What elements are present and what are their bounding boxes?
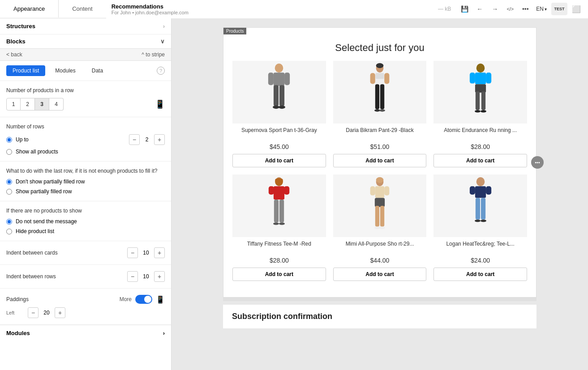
up-to-radio[interactable] (6, 137, 12, 143)
left-panel: Structures › Blocks ∨ < back ^ to stripe… (0, 18, 172, 370)
test-button[interactable]: TEST (551, 3, 567, 15)
modules-label: Modules (6, 330, 30, 336)
email-canvas: Products Selected just for you (223, 27, 536, 328)
redo-button[interactable]: → (489, 3, 501, 15)
svg-rect-21 (486, 72, 491, 83)
sub-tab-data[interactable]: Data (86, 65, 109, 76)
dont-show-partially-option[interactable]: Don't show partially filled row (6, 179, 165, 185)
number-of-rows-label: Number of rows (6, 123, 165, 130)
svg-rect-47 (470, 186, 475, 195)
to-stripe-link[interactable]: ^ to stripe (142, 51, 165, 58)
products-row-1: Supernova Sport Pan t-36-Gray $45.00 Add… (232, 61, 527, 167)
padding-left-label: Left (6, 310, 24, 315)
rows-increment-button[interactable]: + (154, 134, 165, 145)
product-name-0: Supernova Sport Pan t-36-Gray (232, 127, 326, 140)
sub-tab-product-list[interactable]: Product list (6, 65, 45, 76)
show-all-option[interactable]: Show all products (6, 149, 165, 155)
more-button[interactable]: ••• (519, 3, 532, 15)
undo-button[interactable]: ← (473, 3, 486, 15)
product-card-4: Mimi All-Purpose Sho rt-29... $44.00 Add… (333, 174, 427, 281)
indent-cards-label: Indent between cards (6, 250, 58, 256)
num-btn-1[interactable]: 1 (6, 98, 21, 111)
sub-tab-modules[interactable]: Modules (49, 65, 82, 76)
hide-product-list-option[interactable]: Hide product list (6, 228, 165, 234)
product-name-1: Daria Bikram Pant-29 -Black (333, 127, 427, 140)
svg-point-25 (475, 110, 481, 113)
last-row-radio-group: Don't show partially filled row Show par… (6, 179, 165, 195)
structures-chevron-icon[interactable]: › (163, 23, 165, 30)
svg-rect-5 (279, 85, 284, 106)
svg-point-36 (376, 177, 384, 183)
tab-appearance[interactable]: Appearance (0, 0, 59, 18)
show-partially-option[interactable]: Show partially filled row (6, 188, 165, 195)
do-not-send-option[interactable]: Do not send the message (6, 218, 165, 225)
add-to-cart-2[interactable]: Add to cart (433, 154, 527, 167)
padding-left-increment-button[interactable]: + (55, 307, 65, 318)
mobile-icon-paddings[interactable]: 📱 (156, 295, 165, 304)
svg-rect-20 (470, 72, 475, 83)
svg-rect-46 (475, 186, 486, 198)
add-to-cart-0[interactable]: Add to cart (232, 154, 326, 167)
product-card-2: Atomic Endurance Ru nning ... $28.00 Add… (433, 61, 527, 167)
mobile-icon[interactable]: 📱 (155, 99, 165, 109)
svg-rect-11 (376, 73, 384, 79)
up-to-option[interactable]: Up to − 2 + (6, 134, 165, 145)
paddings-more-label: More (120, 296, 132, 302)
products-in-row-label: Number of products in a row (6, 87, 165, 94)
file-size: — kB (438, 6, 451, 12)
number-of-rows-section: Number of rows Up to − 2 + Show all prod… (0, 117, 171, 162)
svg-point-26 (481, 110, 486, 113)
svg-rect-28 (274, 186, 284, 200)
svg-rect-1 (274, 72, 284, 86)
dont-show-radio[interactable] (6, 179, 12, 185)
product-name-3: Tiffany Fitness Tee-M -Red (232, 241, 326, 254)
indent-cards-decrement-button[interactable]: − (127, 247, 138, 258)
do-not-send-radio[interactable] (6, 219, 12, 225)
show-all-radio[interactable] (6, 149, 12, 155)
email-title: Recommendations (112, 3, 282, 10)
svg-rect-30 (284, 186, 289, 195)
add-to-cart-1[interactable]: Add to cart (333, 154, 427, 167)
language-selector[interactable]: EN ▾ (534, 5, 549, 13)
product-card-5: Logan HeatTec&reg; Tee-L... $24.00 Add t… (433, 174, 527, 281)
indent-cards-value: 10 (142, 250, 150, 256)
svg-point-34 (279, 222, 285, 225)
svg-rect-12 (370, 73, 375, 84)
add-to-cart-4[interactable]: Add to cart (333, 268, 427, 281)
tab-content[interactable]: Content (59, 0, 106, 18)
no-products-label: If there are no products to show (6, 208, 165, 214)
num-btn-2[interactable]: 2 (21, 98, 35, 111)
svg-rect-41 (375, 206, 379, 226)
add-to-cart-5[interactable]: Add to cart (433, 268, 527, 281)
svg-rect-24 (481, 91, 485, 110)
blocks-chevron-icon[interactable]: ∨ (160, 38, 165, 45)
add-to-cart-3[interactable]: Add to cart (232, 268, 326, 281)
padding-left-decrement-button[interactable]: − (28, 307, 39, 318)
indent-cards-increment-button[interactable]: + (154, 247, 165, 258)
num-btn-4[interactable]: 4 (49, 98, 64, 111)
hide-product-list-label: Hide product list (16, 228, 54, 234)
show-partially-radio[interactable] (6, 189, 12, 195)
more-edge-button[interactable]: ••• (531, 156, 544, 169)
indent-rows-increment-button[interactable]: + (154, 271, 165, 282)
indent-rows-decrement-button[interactable]: − (127, 271, 138, 282)
num-btn-3[interactable]: 3 (35, 98, 49, 111)
back-link[interactable]: < back (6, 51, 22, 58)
code-button[interactable]: </> (504, 3, 516, 15)
product-img-2 (433, 61, 527, 123)
top-tabs: Appearance Content Recommendations For J… (0, 0, 588, 18)
product-price-1: $51.00 (333, 143, 427, 150)
help-icon[interactable]: ? (157, 67, 165, 75)
modules-chevron-icon[interactable]: › (163, 330, 165, 336)
svg-rect-3 (284, 72, 290, 85)
svg-rect-38 (370, 186, 375, 195)
svg-point-9 (376, 63, 384, 68)
product-price-4: $44.00 (333, 257, 427, 264)
fullscreen-button[interactable]: ⬜ (570, 3, 583, 15)
products-in-row-section: Number of products in a row 1 2 3 4 📱 (0, 81, 171, 117)
hide-product-list-radio[interactable] (6, 229, 12, 234)
product-name-4: Mimi All-Purpose Sho rt-29... (333, 241, 427, 254)
paddings-toggle[interactable] (135, 295, 152, 304)
rows-decrement-button[interactable]: − (129, 134, 140, 145)
save-button[interactable]: 💾 (458, 3, 471, 15)
